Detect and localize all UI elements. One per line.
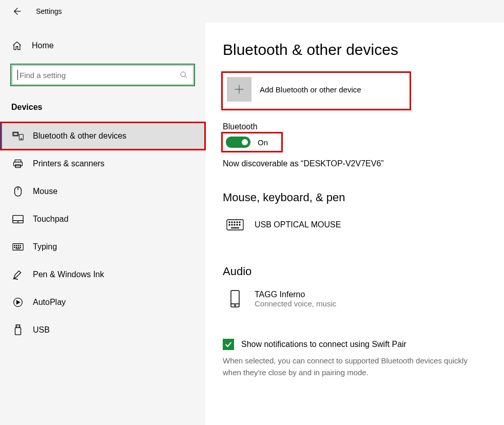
sidebar-item-label: Touchpad — [33, 215, 68, 224]
device-row-audio[interactable]: TAGG Inferno Connected voice, music — [223, 285, 489, 318]
bluetooth-label: Bluetooth — [223, 122, 489, 131]
sidebar-item-label: Pen & Windows Ink — [33, 270, 104, 279]
sidebar-item-typing[interactable]: Typing — [0, 233, 205, 261]
svg-point-20 — [18, 247, 18, 247]
sidebar-item-bluetooth[interactable]: Bluetooth & other devices — [0, 122, 205, 150]
bluetooth-toggle[interactable] — [226, 137, 250, 148]
device-name: TAGG Inferno — [255, 290, 336, 299]
titlebar: Settings — [0, 0, 504, 23]
sidebar-item-printers[interactable]: Printers & scanners — [0, 150, 205, 178]
sidebar-item-label: Printers & scanners — [33, 159, 105, 168]
sidebar-item-label: Mouse — [33, 187, 57, 196]
touchpad-icon — [12, 214, 24, 225]
sidebar: Home Devices — [0, 23, 205, 425]
usb-icon — [12, 324, 24, 336]
swift-pair-description: When selected, you can connect to suppor… — [223, 355, 479, 378]
sidebar-item-label: Bluetooth & other devices — [33, 131, 126, 141]
page-title: Bluetooth & other devices — [223, 41, 489, 59]
svg-point-34 — [237, 222, 238, 223]
search-box[interactable] — [12, 65, 193, 85]
sidebar-home-label: Home — [32, 41, 54, 50]
back-button[interactable] — [10, 5, 23, 17]
phone-device-icon — [226, 289, 244, 308]
svg-rect-2 — [13, 133, 17, 136]
sidebar-item-pen[interactable]: Pen & Windows Ink — [0, 261, 205, 288]
sidebar-home[interactable]: Home — [0, 35, 205, 56]
svg-point-36 — [229, 224, 230, 225]
main-content: Bluetooth & other devices Add Bluetooth … — [205, 23, 504, 425]
svg-point-4 — [21, 139, 22, 140]
search-highlight — [10, 64, 195, 86]
svg-point-19 — [16, 247, 17, 247]
bluetooth-toggle-row: On — [223, 133, 281, 151]
device-name: USB OPTICAL MOUSE — [255, 220, 341, 229]
sidebar-item-label: AutoPlay — [33, 298, 66, 307]
svg-point-33 — [234, 222, 235, 223]
pen-icon — [12, 269, 24, 280]
svg-point-31 — [229, 222, 230, 223]
sidebar-item-mouse[interactable]: Mouse — [0, 178, 205, 205]
text-cursor — [17, 70, 18, 80]
svg-point-37 — [231, 224, 232, 225]
svg-point-38 — [234, 224, 235, 225]
swift-pair-row: Show notifications to connect using Swif… — [223, 339, 489, 350]
swift-pair-label: Show notifications to connect using Swif… — [241, 340, 406, 349]
svg-point-0 — [181, 72, 185, 76]
svg-rect-25 — [15, 327, 21, 335]
sidebar-section-header: Devices — [0, 95, 205, 117]
svg-point-16 — [18, 245, 18, 246]
sidebar-item-usb[interactable]: USB — [0, 316, 205, 344]
search-input[interactable] — [20, 71, 180, 80]
toggle-state-label: On — [258, 138, 268, 147]
bluetooth-devices-icon — [12, 130, 24, 142]
window-title: Settings — [36, 7, 62, 15]
svg-rect-42 — [231, 291, 239, 307]
section-heading-audio: Audio — [223, 265, 489, 278]
svg-point-32 — [231, 222, 232, 223]
discoverable-text: Now discoverable as “DESKTOP-V2V7EV6” — [223, 159, 489, 168]
mouse-icon — [12, 186, 24, 197]
svg-rect-6 — [14, 162, 23, 166]
svg-point-15 — [16, 245, 17, 246]
sidebar-item-touchpad[interactable]: Touchpad — [0, 205, 205, 233]
svg-point-40 — [239, 224, 240, 225]
svg-point-14 — [14, 245, 15, 246]
sidebar-item-label: Typing — [33, 242, 57, 252]
svg-point-44 — [235, 305, 236, 306]
sidebar-item-label: USB — [33, 325, 50, 335]
toggle-knob — [242, 139, 248, 145]
keyboard-device-icon — [226, 216, 244, 234]
svg-point-18 — [14, 247, 15, 247]
printer-icon — [12, 158, 24, 169]
svg-rect-5 — [15, 160, 21, 162]
keyboard-icon — [12, 241, 24, 253]
sidebar-item-autoplay[interactable]: AutoPlay — [0, 288, 205, 316]
device-row-mouse[interactable]: USB OPTICAL MOUSE — [223, 211, 489, 244]
plus-icon — [227, 77, 251, 102]
add-device-label: Add Bluetooth or other device — [260, 85, 361, 94]
svg-point-21 — [20, 247, 21, 247]
search-icon — [180, 71, 188, 79]
svg-point-17 — [20, 245, 21, 246]
device-status: Connected voice, music — [255, 299, 336, 308]
section-heading-mouse: Mouse, keyboard, & pen — [223, 191, 489, 204]
svg-point-39 — [237, 224, 238, 225]
autoplay-icon — [12, 297, 24, 308]
sidebar-nav: Bluetooth & other devices Printers & sca… — [0, 122, 205, 344]
svg-rect-24 — [16, 325, 20, 328]
add-device-button[interactable]: Add Bluetooth or other device — [223, 73, 410, 109]
swift-pair-checkbox[interactable] — [223, 339, 234, 350]
home-icon — [11, 40, 23, 51]
svg-point-35 — [239, 222, 240, 223]
